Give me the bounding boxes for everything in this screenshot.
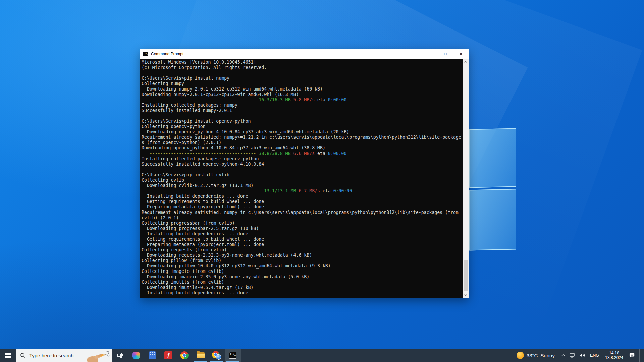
clock-time: 14:18	[603, 351, 625, 355]
command-prompt-icon: C:\_	[229, 352, 236, 359]
terminal-line: ----------------------------------------…	[142, 97, 463, 103]
taskbar-search[interactable]: Type here to search	[16, 349, 112, 362]
chevron-down-icon	[464, 294, 467, 296]
terminal-line: Collecting imageio (from cvlib)	[142, 269, 463, 274]
terminal-line: Downloading opencv_python-4.10.0.84-cp37…	[142, 145, 463, 151]
action-center-button[interactable]	[629, 353, 635, 358]
taskbar: Type here to search f	[0, 349, 644, 362]
calculator-icon	[149, 351, 156, 359]
terminal-line: ----------------------------------------…	[142, 188, 463, 194]
terminal-line: Preparing metadata (pyproject.toml) ... …	[142, 242, 463, 247]
search-placeholder: Type here to search	[29, 353, 74, 358]
copilot-icon	[132, 352, 140, 359]
language-indicator[interactable]: ENG	[590, 353, 599, 358]
terminal-line: Requirement already satisfied: numpy in …	[142, 210, 463, 215]
terminal-line	[142, 167, 463, 172]
chevron-up-icon	[464, 61, 467, 63]
terminal-line: Installing build dependencies ... done	[142, 194, 463, 199]
terminal-line: cvlib) (2.0.1)	[142, 215, 463, 221]
terminal-line: (c) Microsoft Corporation. All rights re…	[142, 65, 463, 70]
terminal-scrollbar[interactable]	[463, 59, 469, 298]
network-icon	[570, 353, 575, 358]
window-controls: ─ □ ✕	[422, 49, 469, 59]
chrome-icon	[180, 351, 189, 359]
terminal-line: Successfully installed numpy-2.0.1	[142, 108, 463, 113]
search-highlight-hand-pencil-image	[87, 349, 111, 362]
taskbar-app-command-prompt[interactable]: C:\_	[225, 349, 241, 362]
weather-widget[interactable]: 33°C Sunny	[517, 352, 555, 359]
taskbar-app-copilot[interactable]	[128, 349, 144, 362]
scrollbar-thumb[interactable]	[464, 260, 468, 291]
terminal-line: Downloading cvlib-0.2.7.tar.gz (13.1 MB)	[142, 183, 463, 188]
terminal-line: Requirement already satisfied: numpy>=1.…	[142, 135, 463, 140]
terminal-line: Collecting imutils (from cvlib)	[142, 280, 463, 285]
taskbar-app-calculator[interactable]	[144, 349, 160, 362]
close-button[interactable]: ✕	[453, 49, 469, 59]
terminal-line: Downloading opencv_python-4.10.0.84-cp37…	[142, 129, 463, 135]
taskbar-app-f[interactable]: f	[160, 349, 176, 362]
terminal-line: Microsoft Windows [Version 10.0.19045.46…	[142, 60, 463, 65]
terminal-line: s (from opencv-python) (2.0.1)	[142, 140, 463, 145]
windows-logo-pane-top	[469, 128, 516, 188]
terminal-line: Installing collected packages: opencv-py…	[142, 156, 463, 162]
minimize-button[interactable]: ─	[422, 49, 438, 59]
terminal-line: Downloading requests-2.32.3-py3-none-any…	[142, 253, 463, 258]
maximize-button[interactable]: □	[438, 49, 453, 59]
taskbar-spacer	[241, 349, 517, 362]
terminal-line: Collecting pillow (from cvlib)	[142, 258, 463, 263]
terminal-line: Getting requirements to build wheel ... …	[142, 237, 463, 242]
terminal-output: Microsoft Windows [Version 10.0.19045.46…	[140, 59, 463, 298]
scroll-down-button[interactable]	[463, 292, 469, 298]
terminal-line: Downloading numpy-2.0.1-cp312-cp312-win_…	[142, 86, 463, 92]
windows-logo-icon	[5, 353, 11, 358]
window-titlebar[interactable]: C:\_ Command Prompt ─ □ ✕	[140, 49, 469, 59]
f-app-icon: f	[164, 351, 172, 359]
terminal-line: Downloading numpy-2.0.1-cp312-cp312-win_…	[142, 92, 463, 97]
task-view-icon	[117, 353, 123, 358]
command-prompt-window: C:\_ Command Prompt ─ □ ✕ Microsoft Wind…	[140, 49, 469, 298]
system-tray: 33°C Sunny ENG 14:18 13.8.2024	[517, 349, 644, 362]
show-desktop-button[interactable]	[639, 349, 642, 362]
clock[interactable]: 14:18 13.8.2024	[603, 351, 625, 360]
terminal-line: C:\Users\Servis>pip install cvlib	[142, 172, 463, 178]
search-icon	[20, 353, 26, 358]
clock-date: 13.8.2024	[603, 355, 625, 360]
scroll-up-button[interactable]	[463, 59, 469, 65]
taskbar-app-task-view[interactable]	[112, 349, 128, 362]
command-prompt-icon: C:\_	[143, 52, 148, 56]
terminal-line: ----------------------------------------…	[142, 151, 463, 156]
terminal-line: Collecting opencv-python	[142, 124, 463, 129]
terminal-line: Collecting progressbar (from cvlib)	[142, 221, 463, 226]
taskbar-app-chrome-profile[interactable]	[209, 349, 225, 362]
terminal-line: Collecting cvlib	[142, 178, 463, 183]
globe-icon	[216, 354, 221, 360]
terminal-line: Successfully installed opencv-python-4.1…	[142, 162, 463, 167]
terminal-line: C:\Users\Servis>pip install opencv-pytho…	[142, 119, 463, 124]
terminal-viewport[interactable]: Microsoft Windows [Version 10.0.19045.46…	[140, 59, 469, 298]
weather-temperature: 33°C	[527, 353, 538, 358]
file-explorer-icon	[197, 352, 205, 358]
terminal-line: Collecting numpy	[142, 81, 463, 86]
terminal-line: Getting requirements to build wheel ... …	[142, 199, 463, 204]
sun-icon	[517, 352, 524, 359]
chrome-profile-icon	[212, 351, 221, 360]
terminal-line	[142, 113, 463, 119]
taskbar-app-chrome[interactable]	[176, 349, 193, 362]
start-button[interactable]	[0, 349, 16, 362]
terminal-line: Installing collected packages: numpy	[142, 103, 463, 108]
network-button[interactable]	[570, 353, 575, 358]
terminal-line: Installing build dependencies ... done	[142, 290, 463, 296]
terminal-line: Downloading progressbar-2.5.tar.gz (10 k…	[142, 226, 463, 231]
window-title: Command Prompt	[151, 52, 422, 56]
speaker-icon	[580, 353, 586, 358]
taskbar-app-file-explorer[interactable]	[193, 349, 209, 362]
tray-overflow-button[interactable]	[561, 354, 565, 357]
terminal-line: Downloading imutils-0.5.4.tar.gz (17 kB)	[142, 285, 463, 290]
notification-icon	[629, 353, 635, 358]
volume-button[interactable]	[580, 353, 586, 358]
windows-logo-pane-bottom	[469, 189, 516, 251]
terminal-line: C:\Users\Servis>pip install numpy	[142, 76, 463, 81]
weather-condition: Sunny	[540, 353, 555, 358]
terminal-line: Collecting requests (from cvlib)	[142, 247, 463, 253]
chevron-up-icon	[561, 354, 565, 357]
